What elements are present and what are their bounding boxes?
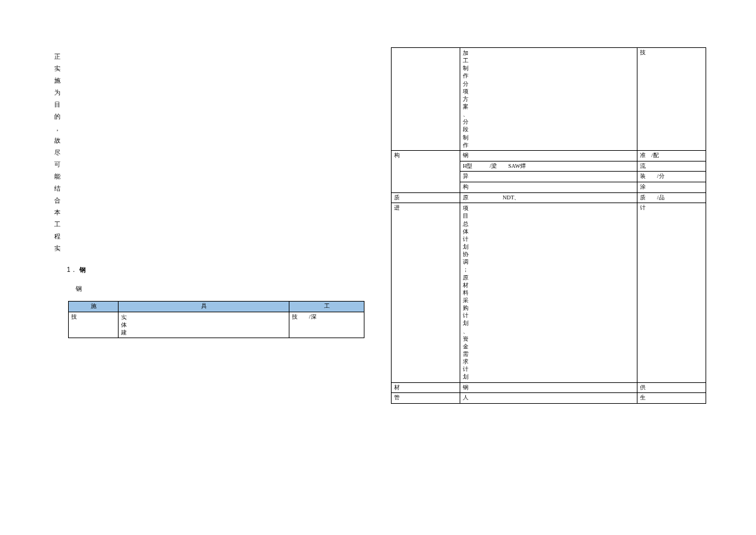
heading-number: 1． xyxy=(67,266,77,273)
cell: 涂 xyxy=(637,182,706,192)
cell: 人 xyxy=(460,393,637,404)
cell: 加工制作分项方案、分段制作 xyxy=(460,48,637,151)
table-row: 进 项目总体计划协调；原材料采购计划、资金需求计划 计 xyxy=(392,203,706,382)
table-right: 加工制作分项方案、分段制作 技 构 钢 准 /配 H型 /梁 SAW焊 流 异 … xyxy=(391,47,706,404)
cell: 进 xyxy=(392,203,460,382)
cell: 原 NDT、 xyxy=(460,192,637,203)
intro-vertical-text: 正实施为目的，故尽可能结合本工程实 xyxy=(54,50,63,254)
table-header-row: 施 具 工 xyxy=(69,302,364,312)
cell: H型 /梁 SAW焊 xyxy=(460,161,637,172)
cell: 装 /分 xyxy=(637,172,706,182)
cell: 质 xyxy=(392,192,460,203)
cell: 准 /配 xyxy=(637,150,706,161)
table-left: 施 具 工 技 实体建 技 /深 xyxy=(68,301,364,338)
cell: 质 /品 xyxy=(637,192,706,203)
cell: 管 xyxy=(392,393,460,404)
section-subtext: 钢 xyxy=(76,285,366,293)
table-row: 加工制作分项方案、分段制作 技 xyxy=(392,48,706,151)
heading-label: 钢 xyxy=(79,266,86,273)
cell: 构 xyxy=(460,182,637,192)
table-row: 构 钢 准 /配 xyxy=(392,150,706,161)
cell: 钢 xyxy=(460,382,637,393)
cell: 计 xyxy=(637,203,706,382)
cell: 项目总体计划协调；原材料采购计划、资金需求计划 xyxy=(460,203,637,382)
th-col1: 施 xyxy=(69,302,119,312)
cell: 供 xyxy=(637,382,706,393)
cell: 构 xyxy=(392,150,460,192)
cell: 流 xyxy=(637,161,706,172)
table-row: 质 原 NDT、 质 /品 xyxy=(392,192,706,203)
section-heading: 1．钢 xyxy=(67,266,366,274)
th-col2: 具 xyxy=(119,302,289,312)
cell xyxy=(392,48,460,151)
th-col3: 工 xyxy=(289,302,364,312)
cell: 生 xyxy=(637,393,706,404)
right-page: 加工制作分项方案、分段制作 技 构 钢 准 /配 H型 /梁 SAW焊 流 异 … xyxy=(391,47,706,404)
table-row: 技 实体建 技 /深 xyxy=(69,312,364,338)
table-row: 材 钢 供 xyxy=(392,382,706,393)
left-page: 正实施为目的，故尽可能结合本工程实 1．钢 钢 施 具 工 技 实体建 技 /深 xyxy=(50,50,366,338)
cell: 技 /深 xyxy=(289,312,364,338)
cell: 技 xyxy=(69,312,119,338)
table-row: 管 人 生 xyxy=(392,393,706,404)
cell: 材 xyxy=(392,382,460,393)
cell: 实体建 xyxy=(119,312,289,338)
cell: 异 xyxy=(460,172,637,182)
cell: 钢 xyxy=(460,150,637,161)
cell: 技 xyxy=(637,48,706,151)
